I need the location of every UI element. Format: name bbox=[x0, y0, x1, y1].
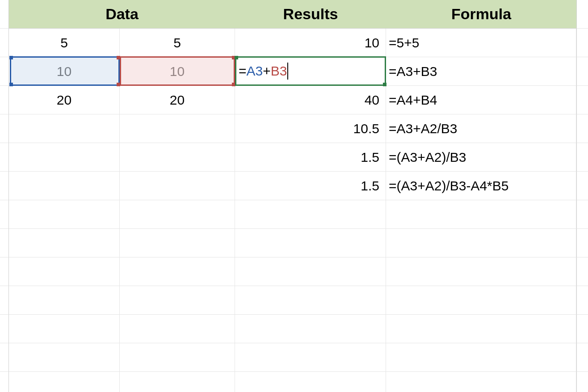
cell-C5[interactable]: 10.5 bbox=[235, 114, 386, 143]
empty-cell[interactable] bbox=[386, 257, 576, 286]
cell-C6[interactable]: 1.5 bbox=[235, 143, 386, 172]
row-gutter bbox=[0, 315, 9, 343]
row-gutter bbox=[576, 86, 588, 114]
empty-cell[interactable] bbox=[120, 200, 235, 229]
cell-D6[interactable]: =(A3+A2)/B3 bbox=[386, 143, 576, 172]
column-header-data[interactable]: Data bbox=[9, 0, 235, 29]
row-gutter bbox=[576, 315, 588, 343]
row-gutter bbox=[0, 372, 9, 392]
cell-B6[interactable] bbox=[120, 143, 235, 172]
row-gutter bbox=[0, 343, 9, 372]
cell-A6[interactable] bbox=[9, 143, 120, 172]
cell-C7[interactable]: 1.5 bbox=[235, 172, 386, 200]
empty-cell[interactable] bbox=[235, 200, 386, 229]
row-gutter bbox=[0, 0, 9, 29]
empty-cell[interactable] bbox=[235, 257, 386, 286]
cell-D3[interactable]: =A3+B3 bbox=[386, 57, 576, 86]
cell-A7[interactable] bbox=[9, 172, 120, 200]
empty-cell[interactable] bbox=[235, 343, 386, 372]
row-gutter bbox=[576, 343, 588, 372]
empty-cell[interactable] bbox=[235, 372, 386, 392]
empty-cell[interactable] bbox=[120, 343, 235, 372]
row-gutter bbox=[0, 229, 9, 257]
empty-cell[interactable] bbox=[386, 200, 576, 229]
cell-D4[interactable]: =A4+B4 bbox=[386, 86, 576, 114]
empty-cell[interactable] bbox=[386, 229, 576, 257]
cell-C4[interactable]: 40 bbox=[235, 86, 386, 114]
column-header-formula[interactable]: Formula bbox=[386, 0, 576, 29]
row-gutter bbox=[576, 143, 588, 172]
empty-cell[interactable] bbox=[235, 286, 386, 315]
cell-B4[interactable]: 20 bbox=[120, 86, 235, 114]
cell-A5[interactable] bbox=[9, 114, 120, 143]
cell-D2[interactable]: =5+5 bbox=[386, 29, 576, 57]
row-gutter bbox=[576, 372, 588, 392]
spreadsheet-grid[interactable]: Data Results Formula 5 5 10 =5+5 10 10 =… bbox=[0, 0, 588, 392]
row-gutter bbox=[0, 114, 9, 143]
empty-cell[interactable] bbox=[9, 200, 120, 229]
empty-cell[interactable] bbox=[9, 229, 120, 257]
cell-B2[interactable]: 5 bbox=[120, 29, 235, 57]
empty-cell[interactable] bbox=[9, 286, 120, 315]
row-gutter bbox=[576, 0, 588, 29]
cell-D5[interactable]: =A3+A2/B3 bbox=[386, 114, 576, 143]
cell-B5[interactable] bbox=[120, 114, 235, 143]
cell-C2[interactable]: 10 bbox=[235, 29, 386, 57]
empty-cell[interactable] bbox=[120, 257, 235, 286]
empty-cell[interactable] bbox=[120, 229, 235, 257]
empty-cell[interactable] bbox=[120, 315, 235, 343]
row-gutter bbox=[576, 57, 588, 86]
empty-cell[interactable] bbox=[9, 315, 120, 343]
row-gutter bbox=[0, 29, 9, 57]
empty-cell[interactable] bbox=[9, 257, 120, 286]
empty-cell[interactable] bbox=[120, 286, 235, 315]
row-gutter bbox=[0, 286, 9, 315]
column-header-results[interactable]: Results bbox=[235, 0, 386, 29]
empty-cell[interactable] bbox=[386, 372, 576, 392]
empty-cell[interactable] bbox=[9, 372, 120, 392]
empty-cell[interactable] bbox=[120, 372, 235, 392]
row-gutter bbox=[0, 86, 9, 114]
empty-cell[interactable] bbox=[386, 343, 576, 372]
row-gutter bbox=[0, 57, 9, 86]
empty-cell[interactable] bbox=[235, 315, 386, 343]
empty-cell[interactable] bbox=[386, 315, 576, 343]
row-gutter bbox=[576, 200, 588, 229]
cell-B7[interactable] bbox=[120, 172, 235, 200]
row-gutter bbox=[576, 114, 588, 143]
row-gutter bbox=[0, 172, 9, 200]
cell-C3-editing[interactable] bbox=[235, 57, 386, 86]
row-gutter bbox=[576, 257, 588, 286]
cell-D7[interactable]: =(A3+A2)/B3-A4*B5 bbox=[386, 172, 576, 200]
row-gutter bbox=[0, 143, 9, 172]
cell-A2[interactable]: 5 bbox=[9, 29, 120, 57]
row-gutter bbox=[576, 286, 588, 315]
row-gutter bbox=[576, 172, 588, 200]
cell-A3[interactable]: 10 bbox=[9, 57, 120, 86]
row-gutter bbox=[576, 229, 588, 257]
empty-cell[interactable] bbox=[9, 343, 120, 372]
empty-cell[interactable] bbox=[235, 229, 386, 257]
empty-cell[interactable] bbox=[386, 286, 576, 315]
row-gutter bbox=[0, 200, 9, 229]
row-gutter bbox=[0, 257, 9, 286]
cell-A4[interactable]: 20 bbox=[9, 86, 120, 114]
cell-B3[interactable]: 10 bbox=[120, 57, 235, 86]
row-gutter bbox=[576, 29, 588, 57]
